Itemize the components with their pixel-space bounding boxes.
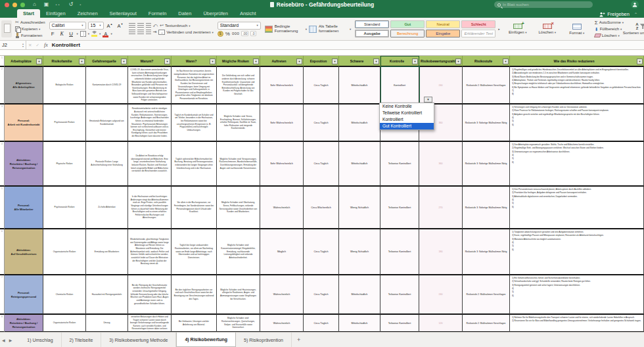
filter-button-auftreten[interactable]: ▼ [296, 58, 302, 64]
cell-exposition-row7[interactable]: Circa Täglich [304, 275, 339, 315]
cell-arbeitsplatz-row7[interactable]: Personal:Reinigungspersonal [5, 275, 43, 315]
cell-risiken-row4[interactable]: Mögliche Schäden sind: Verspannungen, Rü… [217, 142, 260, 187]
cell-style-berechnung[interactable]: Berechnung [390, 30, 425, 37]
cell-arbeitsplatz-row5[interactable]: Personal:Alle Mitarbeiter [5, 187, 43, 229]
merge-center-button[interactable]: ↔Verbinden und zentrieren▾ [158, 30, 213, 35]
cut-button[interactable]: ✂Ausschneiden [15, 20, 45, 25]
wrap-text-button[interactable]: ↩Textumbruch▾ [160, 23, 191, 28]
cell-zahl-row7[interactable]: 240 [419, 275, 463, 315]
row-header-1[interactable]: 1 [0, 56, 5, 67]
orientation-icon[interactable]: ⤺ [153, 23, 158, 28]
save-icon[interactable]: ▣ [44, 0, 49, 9]
cell-familie-row5[interactable]: Psychosoziale Risiken [43, 187, 86, 229]
cell-stufe-row5[interactable]: Risikostufe 3: Sofortige Maßnahmen Nötig [463, 187, 510, 229]
column-header-warum[interactable]: Warum?▼ [128, 56, 172, 67]
cell-arbeitsplatz-row3[interactable]: Personal:Arbeit mit Kundenkontakt [5, 104, 43, 142]
cell-stufe-row7[interactable]: Risikostufe 2: Maßnahmen Vorschlagen [463, 275, 510, 315]
cell-risiken-row7[interactable]: Mögliche Schäden sind: Hautreizungen, al… [217, 275, 260, 315]
currency-icon[interactable]: $ [218, 31, 223, 37]
name-box[interactable]: J2▴▾ [0, 41, 26, 50]
cell-style-schlecht[interactable]: Schlecht [461, 20, 495, 28]
cell-arbeitsplatz-row2[interactable]: Allgemeines:Alle Arbeitsplätze [5, 67, 43, 104]
cell-stufe-row3[interactable]: Risikostufe 3: Sofortige Maßnahmen Nötig [463, 104, 510, 142]
cell-exposition-row8[interactable]: Circa Täglich [304, 315, 339, 332]
conditional-formatting-button[interactable]: Bedingte Formatierung▾ [265, 24, 307, 34]
cell-reduzieren-row4[interactable]: 1) Den Arbeitsplatz ergonomisch gestalte… [510, 142, 644, 187]
dropdown-option-teilweise-kontrolliert[interactable]: Teilweise Kontrolliert [380, 110, 434, 116]
cell-kontrolle-row2[interactable]: Kontrolliert [380, 67, 419, 104]
decrease-decimal-icon[interactable]: .0 [250, 31, 256, 36]
search-input[interactable]: In Blatt suchen [494, 1, 593, 8]
filter-button-gefahrenquelle[interactable]: ▼ [121, 58, 127, 64]
cell-risiken-row2[interactable]: Die Gefährdung von sich selbst und ander… [217, 67, 260, 104]
align-right-icon[interactable] [146, 30, 151, 35]
sheet-tab-4-risikobewertung[interactable]: 4) Risikobewertung [176, 333, 236, 347]
cell-exposition-row5[interactable]: Circa Wöchentlich [304, 187, 339, 229]
row-header-7[interactable]: 7 [0, 275, 5, 315]
column-header-arbeitsplätze[interactable]: Arbeitsplätze▼ [5, 56, 43, 67]
borders-icon[interactable] [80, 31, 86, 37]
cell-warum-row4[interactable]: Die Arbeit im Reisebüro erfolgt überwieg… [128, 142, 172, 187]
filter-button-risikostufe[interactable]: ▼ [503, 58, 509, 64]
confirm-entry-icon[interactable]: ✓ [35, 43, 39, 48]
cell-warum-row7[interactable]: Bei der Reinigung der Geschäftsräume wer… [128, 275, 172, 315]
cell-kontrolle-row7[interactable]: Teilweise Kontrolliert [380, 275, 419, 315]
cell-reduzieren-row8[interactable]: 1) Nehmen Sie für Mobilisierungskräfte d… [510, 315, 644, 332]
increase-decimal-icon[interactable]: .00 [241, 31, 248, 36]
delete-cells-button[interactable]: Löschen ▾ [534, 24, 561, 34]
cell-kontrolle-row6[interactable]: Teilweise Kontrolliert [380, 229, 419, 275]
cell-auftreten-row7[interactable]: Wahrscheinlich [260, 275, 304, 315]
formula-input[interactable]: Kontrolliert [52, 42, 80, 48]
font-color-icon[interactable]: A [103, 32, 108, 36]
fill-color-icon[interactable] [91, 31, 97, 37]
cell-auftreten-row2[interactable]: Sehr Wahrscheinlich [260, 67, 304, 104]
cell-style-erklärender-text[interactable]: Erklärender Text [461, 30, 495, 37]
cell-wann-row3[interactable]: Täglich im Kundenkontakt am Schalter und… [172, 104, 217, 142]
home-icon[interactable]: ⌂ [33, 0, 36, 9]
column-header-exposition[interactable]: Exposition▼ [304, 56, 339, 67]
filter-button-warum[interactable]: ▼ [164, 58, 170, 64]
filter-button-risikofamilie[interactable]: ▼ [79, 58, 85, 64]
cell-quelle-row4[interactable]: Posturale Risiken: Lange Aufrechterhaltu… [86, 142, 128, 187]
cell-wann-row4[interactable]: Täglich während der Bildschirmarbeit bei… [172, 142, 217, 187]
cell-auftreten-row8[interactable]: Wahrscheinlich [260, 315, 304, 332]
cell-reduzieren-row6[interactable]: 1) Tätigkeiten abwechslungsreich gestalt… [510, 229, 644, 275]
ribbon-tab-seitenlayout[interactable]: Seitenlayout [104, 9, 143, 18]
filter-button-exposition[interactable]: ▼ [332, 58, 338, 64]
column-header-wie-das-risiko-reduzieren[interactable]: Wie das Risiko reduzieren▼ [510, 56, 644, 67]
cell-stufe-row8[interactable]: Risikostufe 2: Maßnahmen Vorschlagen [463, 315, 510, 332]
clear-button[interactable]: Löschen▾ [595, 33, 624, 39]
cell-warum-row6[interactable]: Wiederkehrende, gleichförmige Tätigkeite… [128, 229, 172, 275]
column-header-gefahrenquelle[interactable]: Gefahrenquelle▼ [86, 56, 128, 67]
copy-button[interactable]: Kopieren▾ [15, 26, 45, 32]
align-left-icon[interactable] [129, 30, 135, 35]
decrease-font-button[interactable]: A▼ [116, 22, 125, 29]
sort-filter-button[interactable]: AZ Sortieren und Filtern [626, 22, 644, 35]
cell-wann-row8[interactable]: Bei Umbauten, Umzügen und der Anlieferun… [172, 315, 217, 332]
italic-button[interactable]: K [58, 31, 66, 37]
cell-arbeitsplatz-row6[interactable]: Aktivitäten:Auf Geschäftsreisen [5, 229, 43, 275]
cell-risiken-row6[interactable]: Mögliche Schäden sind: Konzentrationsmän… [217, 229, 260, 275]
cell-quelle-row3[interactable]: Emotionale Belastungen aufgrund von Kund… [86, 104, 128, 142]
cell-stufe-row4[interactable]: Risikostufe 3: Sofortige Maßnahmen Nötig [463, 142, 510, 187]
dropdown-option-keine-kontrolle[interactable]: Keine Kontrolle [380, 103, 434, 110]
increase-font-button[interactable]: A▲ [106, 22, 114, 29]
cell-stufe-row6[interactable]: Risikostufe 3: Sofortige Maßnahmen Nötig [463, 229, 510, 275]
dropdown-option-gut-kontrolliert[interactable]: Gut Kontrolliert [380, 123, 434, 129]
cell-reduzieren-row7[interactable]: 1) Ein Gefahrstoffverzeichnis führen und… [510, 275, 644, 315]
ribbon-tab-einfügen[interactable]: Einfügen [40, 9, 72, 18]
ribbon-tab-formeln[interactable]: Formeln [143, 9, 173, 18]
cell-exposition-row4[interactable]: Circa Täglich [304, 142, 339, 187]
cell-reduzieren-row2[interactable]: 1) Regelmäßiges und gründliches Händewas… [510, 67, 644, 104]
cell-familie-row4[interactable]: Physische Risiken [43, 142, 86, 187]
close-window-button[interactable] [5, 3, 9, 7]
row-header-8[interactable]: 8 [0, 315, 5, 332]
window-controls[interactable] [5, 3, 25, 7]
insert-cells-button[interactable]: Einfügen ▾ [504, 24, 532, 34]
cell-familie-row6[interactable]: Organisatorische Risiken [43, 229, 86, 275]
undo-icon[interactable]: ↺ [69, 0, 74, 9]
sheet-tab-2-titelseite[interactable]: 2) Titelseite [62, 333, 102, 347]
sheet-tab-1-umschlag[interactable]: 1) Umschlag [19, 333, 61, 347]
cell-exposition-row3[interactable]: Circa Täglich [304, 104, 339, 142]
next-sheet-icon[interactable]: ▶ [9, 338, 12, 342]
